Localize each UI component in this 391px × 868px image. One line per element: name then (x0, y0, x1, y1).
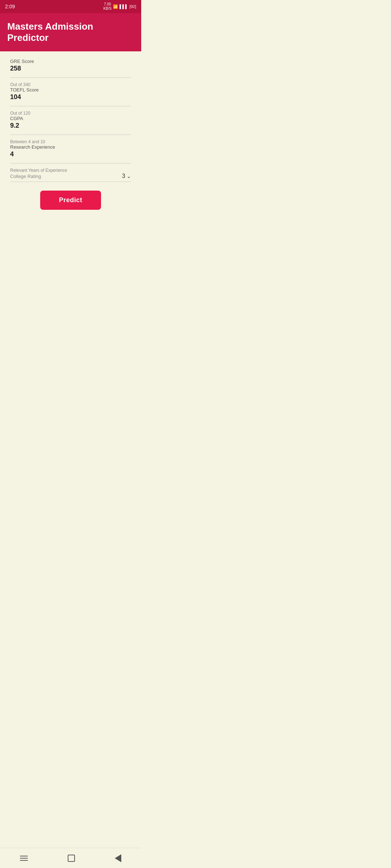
research-experience-value[interactable]: 4 (10, 150, 131, 160)
gre-score-group: GRE Score 258 Out of 340 (10, 59, 131, 87)
cgpa-hint: Between 4 and 10 (10, 139, 131, 144)
college-rating-value: 3 (122, 173, 125, 179)
main-content: GRE Score 258 Out of 340 TOEFL Score 104… (0, 51, 141, 217)
cgpa-group: CGPA 9.2 Between 4 and 10 (10, 116, 131, 144)
gre-score-label: GRE Score (10, 59, 131, 64)
cgpa-divider (10, 135, 131, 135)
toefl-score-value[interactable]: 104 (10, 93, 131, 103)
college-rating-value-container[interactable]: 3 ⌄ (122, 173, 131, 179)
toefl-divider (10, 106, 131, 106)
network-speed: 7.00KB/S (103, 2, 112, 11)
predict-button-container: Predict (10, 191, 131, 210)
chevron-down-icon: ⌄ (127, 173, 131, 179)
status-time: 2:09 (5, 4, 15, 9)
gre-score-hint: Out of 340 (10, 82, 131, 87)
toefl-score-label: TOEFL Score (10, 87, 131, 93)
college-rating-label: College Rating (10, 174, 41, 179)
app-title: Masters Admission Predictor (7, 21, 134, 43)
battery-icon: [92] (130, 4, 136, 9)
cgpa-value[interactable]: 9.2 (10, 122, 131, 132)
research-experience-hint: Relevant Years of Experience (10, 168, 131, 173)
research-experience-group: Research Experience 4 Relevant Years of … (10, 144, 131, 173)
status-icons: 7.00KB/S 📶 ▌▌▌ [92] (103, 2, 136, 11)
signal-icon: ▌▌▌ (119, 4, 128, 9)
toefl-score-hint: Out of 120 (10, 111, 131, 116)
college-rating-dropdown[interactable]: College Rating 3 ⌄ (10, 173, 131, 182)
gre-divider (10, 77, 131, 78)
wifi-icon: 📶 (113, 4, 118, 9)
research-experience-label: Research Experience (10, 144, 131, 150)
toefl-score-group: TOEFL Score 104 Out of 120 (10, 87, 131, 116)
cgpa-label: CGPA (10, 116, 131, 121)
gre-score-value[interactable]: 258 (10, 65, 131, 75)
status-bar: 2:09 7.00KB/S 📶 ▌▌▌ [92] (0, 0, 141, 13)
app-header: Masters Admission Predictor (0, 13, 141, 51)
research-divider (10, 163, 131, 163)
predict-button[interactable]: Predict (40, 191, 101, 210)
